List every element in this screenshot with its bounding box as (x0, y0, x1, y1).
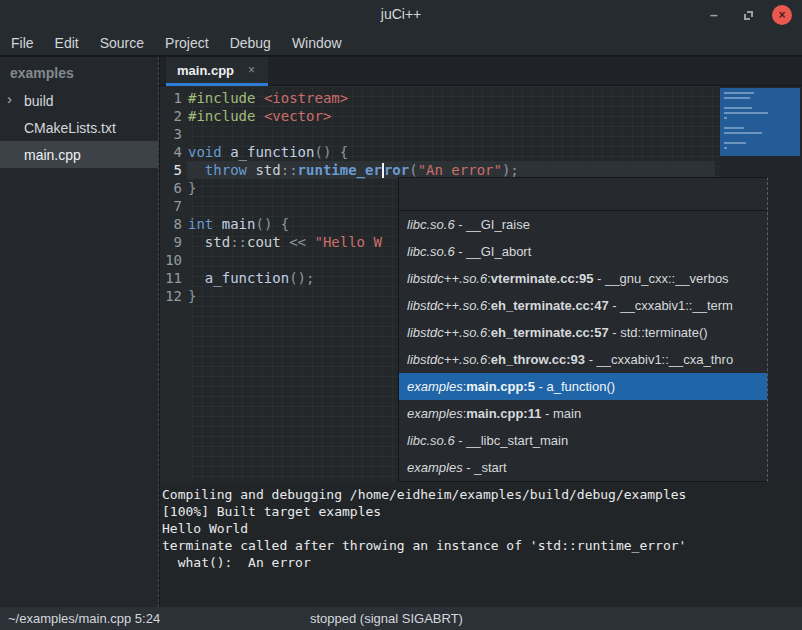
line-number: 8 (160, 215, 187, 233)
frame-location: eh_terminate.cc:57 (491, 325, 609, 340)
backtrace-item-2[interactable]: libstdc++.so.6:vterminate.cc:95 - __gnu_… (399, 265, 767, 292)
frame-separator: - (455, 217, 467, 232)
sidebar-item-build[interactable]: ›build (0, 87, 158, 114)
token: <vector> (264, 108, 331, 124)
project-tree: examples ›buildCMakeLists.txtmain.cpp (0, 57, 159, 607)
backtrace-item-1[interactable]: libc.so.6 - __GI_abort (399, 238, 767, 265)
token: int (188, 216, 213, 232)
frame-separator: - (455, 433, 467, 448)
status-debug-state: stopped (signal SIGABRT) (310, 611, 463, 626)
minimize-button[interactable]: – (704, 5, 724, 25)
close-button[interactable]: × (772, 5, 792, 25)
minimap-line (724, 117, 727, 119)
minimap-line (724, 107, 752, 109)
backtrace-item-8[interactable]: libc.so.6 - __libc_start_main (399, 427, 767, 454)
frame-library: libstdc++.so.6 (407, 271, 487, 286)
backtrace-item-3[interactable]: libstdc++.so.6:eh_terminate.cc:47 - __cx… (399, 292, 767, 319)
token (213, 216, 221, 232)
backtrace-item-4[interactable]: libstdc++.so.6:eh_terminate.cc:57 - std:… (399, 319, 767, 346)
statusbar: ~/examples/main.cpp 5:24 stopped (signal… (0, 607, 802, 630)
code-line-4[interactable]: 4void a_function() { (160, 143, 720, 161)
sidebar-item-main-cpp[interactable]: main.cpp (0, 141, 158, 168)
frame-location: eh_throw.cc:93 (491, 352, 585, 367)
token: "An error" (418, 162, 502, 178)
minimap-line (724, 132, 762, 134)
titlebar[interactable]: juCi++ – × (0, 0, 802, 30)
menu-item-project[interactable]: Project (157, 32, 217, 54)
code-text: #include <vector> (187, 107, 331, 125)
token (255, 108, 263, 124)
frame-function: __GI_abort (466, 244, 531, 259)
line-number: 3 (160, 125, 187, 143)
token: #include (188, 108, 255, 124)
token: :: (230, 234, 247, 250)
frame-separator: - (463, 460, 475, 475)
code-line-1[interactable]: 1#include <iostream> (160, 89, 720, 107)
minimap-line (724, 147, 727, 149)
token: cout (247, 234, 289, 250)
code-text (187, 197, 188, 215)
tree-item-label: build (24, 93, 54, 109)
code-line-2[interactable]: 2#include <vector> (160, 107, 720, 125)
tab-main-cpp[interactable]: main.cpp × (166, 57, 268, 86)
token: void (188, 144, 222, 160)
tab-close-icon[interactable]: × (248, 63, 255, 77)
line-number: 6 (160, 179, 187, 197)
frame-function: a_function() (546, 379, 615, 394)
frame-separator: - (585, 352, 597, 367)
frame-function: __libc_start_main (466, 433, 568, 448)
token: :: (281, 162, 298, 178)
menu-item-edit[interactable]: Edit (47, 32, 87, 54)
frame-library: libstdc++.so.6 (407, 352, 487, 367)
frame-function: std::terminate() (620, 325, 707, 340)
tabbar: main.cpp × (160, 57, 802, 86)
menu-item-window[interactable]: Window (284, 32, 350, 54)
frame-location: main.cpp:11 (466, 406, 541, 421)
menu-item-debug[interactable]: Debug (222, 32, 279, 54)
frame-library: libstdc++.so.6 (407, 325, 487, 340)
frame-function: __cxxabiv1::__cxa_thro (597, 352, 734, 367)
frame-function: __GI_raise (466, 217, 530, 232)
token: "Hello W (306, 234, 382, 250)
code-text: void a_function() { (187, 143, 348, 161)
sidebar-item-cmakelists-txt[interactable]: CMakeLists.txt (0, 114, 158, 141)
backtrace-search-entry[interactable] (399, 178, 767, 211)
frame-function: _start (474, 460, 507, 475)
frame-location: main.cpp:5 (466, 379, 535, 394)
token: ror (384, 162, 409, 178)
code-line-3[interactable]: 3 (160, 125, 720, 143)
code-text: std::cout << "Hello W (187, 233, 382, 251)
frame-separator: - (593, 271, 605, 286)
line-number: 9 (160, 233, 187, 251)
terminal-output[interactable]: Compiling and debugging /home/eidheim/ex… (160, 483, 802, 607)
token: () { (314, 144, 348, 160)
code-text: } (187, 179, 196, 197)
menu-item-source[interactable]: Source (92, 32, 152, 54)
backtrace-item-0[interactable]: libc.so.6 - __GI_raise (399, 211, 767, 238)
backtrace-item-6[interactable]: examples:main.cpp:5 - a_function() (399, 373, 767, 400)
frame-function: main (553, 406, 581, 421)
code-text: } (187, 287, 196, 305)
minimap-line (724, 112, 768, 114)
backtrace-item-5[interactable]: libstdc++.so.6:eh_throw.cc:93 - __cxxabi… (399, 346, 767, 373)
window-controls: – × (704, 4, 792, 26)
juci-window: juCi++ – × FileEditSourceProjectDebugWin… (0, 0, 802, 630)
token: ); (502, 162, 519, 178)
token: a_function (230, 144, 314, 160)
line-number: 4 (160, 143, 187, 161)
token: throw (205, 162, 247, 178)
expander-chevron-icon[interactable]: › (7, 90, 12, 107)
backtrace-item-7[interactable]: examples:main.cpp:11 - main (399, 400, 767, 427)
frame-separator: - (455, 244, 467, 259)
restore-button[interactable] (738, 5, 758, 25)
menubar: FileEditSourceProjectDebugWindow (0, 30, 802, 56)
overview-map[interactable] (720, 88, 800, 156)
token (188, 270, 205, 286)
minimap-line (724, 92, 754, 94)
backtrace-item-9[interactable]: examples - _start (399, 454, 767, 481)
menu-item-file[interactable]: File (3, 32, 42, 54)
frame-library: libc.so.6 (407, 244, 455, 259)
token (222, 144, 230, 160)
line-number: 11 (160, 269, 187, 287)
project-name: examples (0, 57, 158, 87)
